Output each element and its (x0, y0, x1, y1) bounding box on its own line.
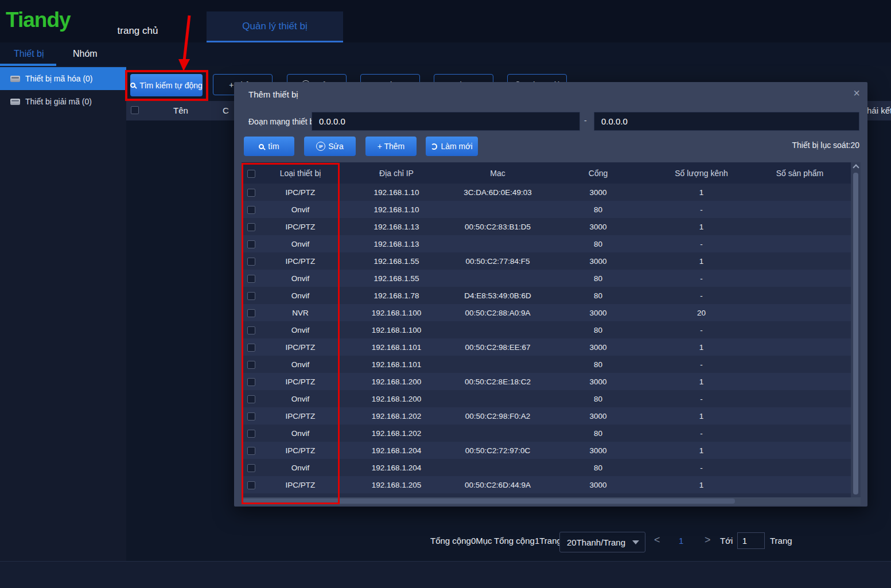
table-row[interactable]: Onvif 192.168.1.204 80 - (242, 459, 851, 476)
cell-port: 80 (542, 205, 654, 214)
table-row[interactable]: NVR 192.168.1.100 00:50:C2:88:A0:9A 3000… (242, 304, 851, 321)
subtab-device[interactable]: Thiết bị (14, 49, 44, 59)
vertical-scrollbar[interactable] (851, 162, 861, 505)
ip-range-end-input[interactable] (594, 112, 859, 131)
modal-refresh-button[interactable]: Làm mới (426, 137, 478, 156)
table-row[interactable]: IPC/PTZ 192.168.1.101 00:50:C2:98:EE:67 … (242, 338, 851, 356)
table-row[interactable]: Onvif 192.168.1.78 D4:E8:53:49:0B:6D 80 … (242, 287, 851, 304)
ip-range-separator: - (584, 116, 587, 125)
auto-search-button[interactable]: Tìm kiếm tự động (130, 74, 203, 96)
row-checkbox[interactable] (247, 361, 255, 369)
row-checkbox[interactable] (247, 481, 255, 489)
cell-type: Onvif (261, 464, 340, 472)
cell-port: 80 (542, 240, 654, 248)
modal-edit-ip-button[interactable]: IP Sửa (304, 137, 356, 156)
modal-search-button[interactable]: tìm (244, 137, 294, 156)
cell-type: IPC/PTZ (261, 481, 340, 489)
sidebar-item-decoding-devices[interactable]: Thiết bị giải mã (0) (0, 90, 126, 113)
row-checkbox[interactable] (247, 395, 255, 403)
cell-port: 3000 (542, 343, 654, 352)
row-checkbox[interactable] (247, 275, 255, 283)
scrollbar-thumb[interactable] (853, 173, 858, 494)
cell-mac: 00:50:C2:88:A0:9A (453, 309, 542, 317)
tab-device-management[interactable]: Quản lý thiết bị (207, 11, 343, 42)
table-row[interactable]: IPC/PTZ 192.168.1.13 00:50:C2:83:B1:D5 3… (242, 218, 851, 235)
app-window: Tiandy trang chủ Quản lý thiết bị Thiết … (0, 0, 891, 588)
close-icon[interactable]: × (853, 87, 860, 99)
table-row[interactable]: IPC/PTZ 192.168.1.205 00:50:C2:6D:44:9A … (242, 476, 851, 493)
chevron-down-icon (632, 540, 639, 544)
sidebar-item-encoding-devices[interactable]: Thiết bị mã hóa (0) (0, 67, 126, 90)
row-checkbox[interactable] (247, 412, 255, 420)
table-row[interactable]: IPC/PTZ 192.168.1.10 3C:DA:6D:0E:49:03 3… (242, 184, 851, 201)
table-row[interactable]: Onvif 192.168.1.10 80 - (242, 201, 851, 218)
table-row[interactable]: IPC/PTZ 192.168.1.200 00:50:C2:8E:18:C2 … (242, 373, 851, 390)
ip-range-start-input[interactable] (312, 112, 580, 131)
row-checkbox[interactable] (247, 189, 255, 197)
total-pages-label: Tổng cộng1Trang (494, 536, 562, 546)
cell-type: IPC/PTZ (261, 223, 340, 231)
cell-port: 3000 (542, 446, 654, 455)
select-all-checkbox[interactable] (131, 106, 139, 114)
row-checkbox[interactable] (247, 378, 255, 386)
table-row[interactable]: Onvif 192.168.1.13 80 - (242, 235, 851, 252)
table-row[interactable]: IPC/PTZ 192.168.1.55 00:50:C2:77:84:F5 3… (242, 252, 851, 270)
table-row[interactable]: IPC/PTZ 192.168.1.202 00:50:C2:98:F0:A2 … (242, 407, 851, 425)
cell-port: 3000 (542, 309, 654, 317)
cell-ip: 192.168.1.55 (340, 257, 453, 266)
cell-type: IPC/PTZ (261, 377, 340, 386)
scrollbar-thumb[interactable] (242, 499, 735, 504)
cell-channels: 1 (654, 257, 749, 266)
row-checkbox[interactable] (247, 326, 255, 334)
row-checkbox[interactable] (247, 206, 255, 214)
cell-channels: - (654, 291, 749, 300)
cell-port: 3000 (542, 257, 654, 266)
cell-type: IPC/PTZ (261, 446, 340, 455)
cell-type: IPC/PTZ (261, 188, 340, 197)
row-checkbox[interactable] (247, 447, 255, 455)
next-page-icon[interactable]: > (705, 534, 711, 546)
cell-ip: 192.168.1.202 (340, 412, 453, 420)
cell-type: Onvif (261, 360, 340, 369)
column-header-product: Số sản phẩm (749, 169, 851, 178)
column-header-ip: Địa chỉ IP (340, 169, 453, 178)
table-row[interactable]: Onvif 192.168.1.55 80 - (242, 270, 851, 287)
cell-ip: 192.168.1.200 (340, 395, 453, 403)
column-header-mac: Mac (453, 169, 542, 178)
cell-channels: 1 (654, 223, 749, 231)
cell-channels: - (654, 464, 749, 472)
row-checkbox[interactable] (247, 292, 255, 300)
scroll-up-icon[interactable] (853, 164, 859, 170)
table-row[interactable]: Onvif 192.168.1.100 80 - (242, 321, 851, 338)
cell-ip: 192.168.1.202 (340, 429, 453, 438)
horizontal-scrollbar[interactable] (242, 497, 861, 505)
goto-page-input[interactable] (737, 532, 765, 549)
row-checkbox[interactable] (247, 309, 255, 317)
items-per-page-select[interactable]: 20Thanh/Trang (559, 532, 645, 552)
row-checkbox[interactable] (247, 258, 255, 266)
previous-page-icon[interactable]: < (654, 534, 660, 546)
row-checkbox[interactable] (247, 430, 255, 438)
row-checkbox[interactable] (247, 464, 255, 472)
current-page-number[interactable]: 1 (679, 536, 683, 546)
row-checkbox[interactable] (247, 223, 255, 231)
cell-ip: 192.168.1.100 (340, 326, 453, 334)
row-checkbox[interactable] (247, 240, 255, 248)
table-row[interactable]: Onvif 192.168.1.202 80 - (242, 425, 851, 442)
cell-channels: - (654, 274, 749, 283)
ip-circle-icon: IP (316, 142, 325, 151)
tab-home[interactable]: trang chủ (103, 0, 172, 42)
cell-channels: 1 (654, 377, 749, 386)
row-checkbox[interactable] (247, 344, 255, 352)
cell-mac: 3C:DA:6D:0E:49:03 (453, 188, 542, 197)
cell-port: 80 (542, 326, 654, 334)
cell-port: 80 (542, 395, 654, 403)
subtab-group[interactable]: Nhóm (73, 49, 98, 59)
table-row[interactable]: Onvif 192.168.1.200 80 - (242, 390, 851, 407)
table-row[interactable]: IPC/PTZ 192.168.1.204 00:50:C2:72:97:0C … (242, 442, 851, 459)
add-device-modal: Thêm thiết bị × Đoạn mạng thiết bị - tìm… (234, 82, 867, 507)
table-row[interactable]: Onvif 192.168.1.101 80 - (242, 356, 851, 373)
select-all-checkbox[interactable] (247, 170, 255, 178)
modal-add-button[interactable]: + Thêm (365, 137, 417, 156)
cell-ip: 192.168.1.78 (340, 291, 453, 300)
